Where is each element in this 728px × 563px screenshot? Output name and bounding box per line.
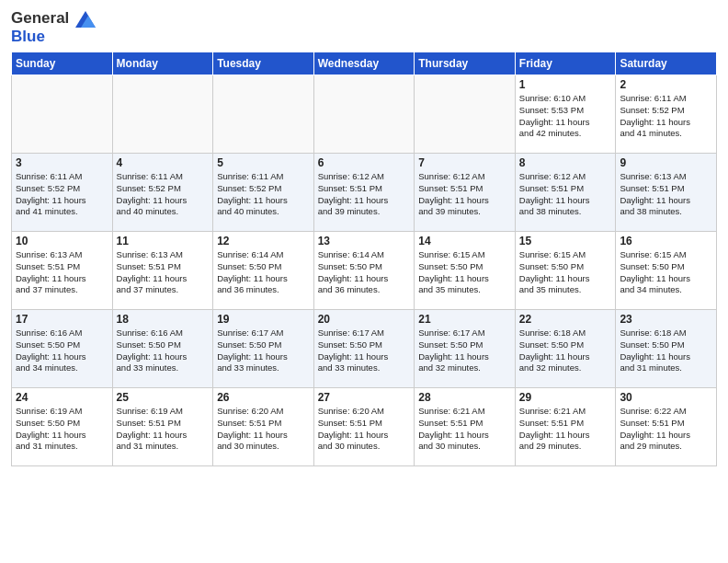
day-number: 4 [117,156,210,169]
day-number: 24 [16,391,108,404]
calendar-cell: 24Sunrise: 6:19 AM Sunset: 5:50 PM Dayli… [12,388,113,466]
day-info: Sunrise: 6:16 AM Sunset: 5:50 PM Dayligh… [117,327,210,374]
day-number: 5 [217,156,310,169]
calendar-cell: 21Sunrise: 6:17 AM Sunset: 5:50 PM Dayli… [415,310,516,388]
day-info: Sunrise: 6:15 AM Sunset: 5:50 PM Dayligh… [519,249,612,296]
week-row-1: 1Sunrise: 6:10 AM Sunset: 5:53 PM Daylig… [12,75,717,154]
weekday-header-row: SundayMondayTuesdayWednesdayThursdayFrid… [12,52,717,75]
week-row-4: 17Sunrise: 6:16 AM Sunset: 5:50 PM Dayli… [12,310,717,388]
calendar-cell: 16Sunrise: 6:15 AM Sunset: 5:50 PM Dayli… [616,232,717,310]
calendar-cell: 7Sunrise: 6:12 AM Sunset: 5:51 PM Daylig… [415,154,516,232]
day-number: 9 [620,156,712,169]
day-number: 22 [519,313,612,326]
calendar-cell: 26Sunrise: 6:20 AM Sunset: 5:51 PM Dayli… [213,388,314,466]
day-number: 30 [620,391,712,404]
day-info: Sunrise: 6:10 AM Sunset: 5:53 PM Dayligh… [519,93,612,140]
header: General Blue [11,9,717,46]
logo-blue: Blue [11,28,45,45]
day-number: 27 [318,391,411,404]
day-info: Sunrise: 6:22 AM Sunset: 5:51 PM Dayligh… [620,406,712,453]
calendar-cell: 13Sunrise: 6:14 AM Sunset: 5:50 PM Dayli… [313,232,415,310]
day-info: Sunrise: 6:14 AM Sunset: 5:50 PM Dayligh… [318,249,411,296]
day-number: 26 [217,391,310,404]
day-info: Sunrise: 6:17 AM Sunset: 5:50 PM Dayligh… [217,327,310,374]
calendar-cell: 11Sunrise: 6:13 AM Sunset: 5:51 PM Dayli… [112,232,213,310]
day-number: 3 [16,156,108,169]
calendar-cell: 8Sunrise: 6:12 AM Sunset: 5:51 PM Daylig… [515,154,616,232]
day-number: 28 [418,391,511,404]
day-info: Sunrise: 6:19 AM Sunset: 5:50 PM Dayligh… [16,406,108,453]
calendar-cell: 25Sunrise: 6:19 AM Sunset: 5:51 PM Dayli… [112,388,213,466]
calendar-cell: 30Sunrise: 6:22 AM Sunset: 5:51 PM Dayli… [616,388,717,466]
day-number: 12 [217,235,310,247]
calendar-cell: 14Sunrise: 6:15 AM Sunset: 5:50 PM Dayli… [415,232,516,310]
day-info: Sunrise: 6:21 AM Sunset: 5:51 PM Dayligh… [418,406,511,453]
calendar-cell: 6Sunrise: 6:12 AM Sunset: 5:51 PM Daylig… [313,154,415,232]
day-info: Sunrise: 6:18 AM Sunset: 5:50 PM Dayligh… [620,327,712,374]
week-row-2: 3Sunrise: 6:11 AM Sunset: 5:52 PM Daylig… [12,154,717,232]
calendar-cell: 19Sunrise: 6:17 AM Sunset: 5:50 PM Dayli… [213,310,314,388]
day-info: Sunrise: 6:11 AM Sunset: 5:52 PM Dayligh… [620,93,712,140]
weekday-header-thursday: Thursday [415,52,516,75]
calendar-cell: 29Sunrise: 6:21 AM Sunset: 5:51 PM Dayli… [515,388,616,466]
calendar-cell: 28Sunrise: 6:21 AM Sunset: 5:51 PM Dayli… [415,388,516,466]
calendar-cell: 3Sunrise: 6:11 AM Sunset: 5:52 PM Daylig… [12,154,113,232]
weekday-header-monday: Monday [112,52,213,75]
calendar-cell: 22Sunrise: 6:18 AM Sunset: 5:50 PM Dayli… [515,310,616,388]
day-number: 14 [418,235,511,247]
logo-text: General [11,9,69,27]
day-info: Sunrise: 6:12 AM Sunset: 5:51 PM Dayligh… [519,171,612,218]
day-number: 29 [519,391,612,404]
weekday-header-wednesday: Wednesday [313,52,415,75]
day-number: 1 [519,78,612,91]
calendar-table: SundayMondayTuesdayWednesdayThursdayFrid… [11,52,717,466]
calendar-cell [112,75,213,154]
week-row-5: 24Sunrise: 6:19 AM Sunset: 5:50 PM Dayli… [12,388,717,466]
calendar-cell [213,75,314,154]
day-number: 23 [620,313,712,326]
calendar-cell [313,75,415,154]
logo-icon [75,11,96,28]
day-number: 16 [620,235,712,247]
weekday-header-saturday: Saturday [616,52,717,75]
day-info: Sunrise: 6:20 AM Sunset: 5:51 PM Dayligh… [318,406,411,453]
calendar-cell: 18Sunrise: 6:16 AM Sunset: 5:50 PM Dayli… [112,310,213,388]
calendar-cell: 1Sunrise: 6:10 AM Sunset: 5:53 PM Daylig… [515,75,616,154]
day-info: Sunrise: 6:20 AM Sunset: 5:51 PM Dayligh… [217,406,310,453]
day-number: 18 [117,313,210,326]
day-number: 20 [318,313,411,326]
day-number: 11 [117,235,210,247]
day-info: Sunrise: 6:19 AM Sunset: 5:51 PM Dayligh… [117,406,210,453]
day-number: 8 [519,156,612,169]
logo: General Blue [11,9,96,46]
day-info: Sunrise: 6:12 AM Sunset: 5:51 PM Dayligh… [318,171,411,218]
day-number: 21 [418,313,511,326]
weekday-header-sunday: Sunday [12,52,113,75]
day-info: Sunrise: 6:21 AM Sunset: 5:51 PM Dayligh… [519,406,612,453]
day-number: 2 [620,78,712,91]
day-info: Sunrise: 6:15 AM Sunset: 5:50 PM Dayligh… [620,249,712,296]
calendar-cell: 12Sunrise: 6:14 AM Sunset: 5:50 PM Dayli… [213,232,314,310]
week-row-3: 10Sunrise: 6:13 AM Sunset: 5:51 PM Dayli… [12,232,717,310]
day-info: Sunrise: 6:18 AM Sunset: 5:50 PM Dayligh… [519,327,612,374]
day-number: 25 [117,391,210,404]
day-info: Sunrise: 6:11 AM Sunset: 5:52 PM Dayligh… [217,171,310,218]
day-number: 15 [519,235,612,247]
calendar-cell: 9Sunrise: 6:13 AM Sunset: 5:51 PM Daylig… [616,154,717,232]
day-info: Sunrise: 6:14 AM Sunset: 5:50 PM Dayligh… [217,249,310,296]
day-info: Sunrise: 6:13 AM Sunset: 5:51 PM Dayligh… [117,249,210,296]
day-info: Sunrise: 6:15 AM Sunset: 5:50 PM Dayligh… [418,249,511,296]
calendar-cell: 4Sunrise: 6:11 AM Sunset: 5:52 PM Daylig… [112,154,213,232]
day-info: Sunrise: 6:13 AM Sunset: 5:51 PM Dayligh… [16,249,108,296]
day-number: 17 [16,313,108,326]
calendar-cell: 27Sunrise: 6:20 AM Sunset: 5:51 PM Dayli… [313,388,415,466]
calendar-cell: 23Sunrise: 6:18 AM Sunset: 5:50 PM Dayli… [616,310,717,388]
calendar-cell: 17Sunrise: 6:16 AM Sunset: 5:50 PM Dayli… [12,310,113,388]
calendar-cell: 2Sunrise: 6:11 AM Sunset: 5:52 PM Daylig… [616,75,717,154]
day-info: Sunrise: 6:11 AM Sunset: 5:52 PM Dayligh… [16,171,108,218]
day-number: 13 [318,235,411,247]
calendar-cell [12,75,113,154]
page-container: General Blue SundayMondayTuesdayWednesda… [0,0,728,476]
day-info: Sunrise: 6:13 AM Sunset: 5:51 PM Dayligh… [620,171,712,218]
weekday-header-tuesday: Tuesday [213,52,314,75]
